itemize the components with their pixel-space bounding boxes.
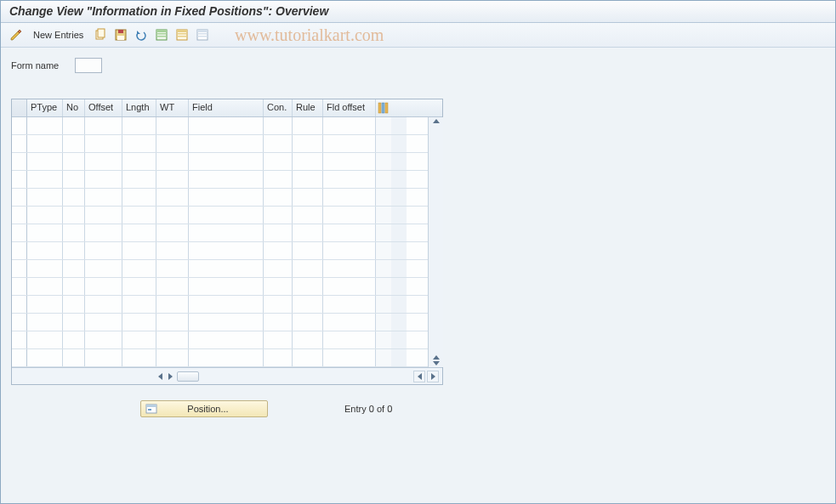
cell-wt[interactable] <box>156 314 189 331</box>
vertical-scrollbar[interactable] <box>428 117 443 367</box>
cell-offset[interactable] <box>85 296 122 313</box>
cell-no[interactable] <box>63 296 85 313</box>
cell-field[interactable] <box>189 242 264 259</box>
cell-offset[interactable] <box>85 260 122 277</box>
cell-ptype[interactable] <box>27 117 63 134</box>
cell-lngth[interactable] <box>122 171 156 188</box>
row-selector[interactable] <box>12 135 27 152</box>
cell-no[interactable] <box>63 189 85 206</box>
cell-fldoffset[interactable] <box>323 349 376 366</box>
cell-lngth[interactable] <box>122 314 156 331</box>
cell-lngth[interactable] <box>122 349 156 366</box>
cell-wt[interactable] <box>156 349 189 366</box>
hscroll-thumb[interactable] <box>177 371 199 382</box>
cell-rule[interactable] <box>293 135 323 152</box>
cell-lngth[interactable] <box>122 242 156 259</box>
select-block-icon[interactable] <box>173 26 191 43</box>
new-entries-button[interactable]: New Entries <box>28 28 88 42</box>
position-button[interactable]: Position... <box>140 400 268 417</box>
table-row[interactable] <box>12 242 442 260</box>
toggle-display-change-icon[interactable] <box>8 26 25 43</box>
cell-fldoffset[interactable] <box>323 171 376 188</box>
cell-field[interactable] <box>189 171 264 188</box>
cell-wt[interactable] <box>156 135 189 152</box>
cell-lngth[interactable] <box>122 117 156 134</box>
cell-rule[interactable] <box>293 224 323 241</box>
cell-no[interactable] <box>63 224 85 241</box>
row-selector[interactable] <box>12 331 27 348</box>
col-header-field[interactable]: Field <box>189 99 264 116</box>
row-selector[interactable] <box>12 242 27 259</box>
cell-lngth[interactable] <box>122 260 156 277</box>
scroll-up-icon[interactable] <box>433 119 440 123</box>
cell-ptype[interactable] <box>27 171 63 188</box>
cell-rule[interactable] <box>293 349 323 366</box>
cell-ptype[interactable] <box>27 260 63 277</box>
hscroll-last-icon[interactable] <box>427 371 439 382</box>
cell-ptype[interactable] <box>27 242 63 259</box>
cell-lngth[interactable] <box>122 135 156 152</box>
cell-no[interactable] <box>63 278 85 295</box>
cell-no[interactable] <box>63 260 85 277</box>
cell-no[interactable] <box>63 171 85 188</box>
cell-field[interactable] <box>189 331 264 348</box>
cell-offset[interactable] <box>85 117 122 134</box>
cell-fldoffset[interactable] <box>323 314 376 331</box>
cell-offset[interactable] <box>85 349 122 366</box>
cell-wt[interactable] <box>156 207 189 224</box>
cell-fldoffset[interactable] <box>323 135 376 152</box>
cell-ptype[interactable] <box>27 314 63 331</box>
scroll-up-secondary-icon[interactable] <box>433 355 440 360</box>
cell-ptype[interactable] <box>27 189 63 206</box>
cell-field[interactable] <box>189 278 264 295</box>
cell-fldoffset[interactable] <box>323 207 376 224</box>
deselect-all-icon[interactable] <box>194 26 211 43</box>
copy-as-icon[interactable] <box>92 26 109 43</box>
table-row[interactable] <box>12 207 442 224</box>
row-selector[interactable] <box>12 189 27 206</box>
cell-rule[interactable] <box>293 242 323 259</box>
cell-con[interactable] <box>264 242 293 259</box>
cell-no[interactable] <box>63 242 85 259</box>
hscroll-first-icon[interactable] <box>413 371 425 382</box>
cell-field[interactable] <box>189 189 264 206</box>
select-all-icon[interactable] <box>153 26 170 43</box>
cell-wt[interactable] <box>156 117 189 134</box>
cell-rule[interactable] <box>293 171 323 188</box>
cell-con[interactable] <box>264 349 293 366</box>
col-header-ptype[interactable]: PType <box>27 99 63 116</box>
cell-offset[interactable] <box>85 135 122 152</box>
row-selector[interactable] <box>12 153 27 170</box>
cell-rule[interactable] <box>293 278 323 295</box>
cell-rule[interactable] <box>293 331 323 348</box>
row-selector[interactable] <box>12 171 27 188</box>
cell-fldoffset[interactable] <box>323 153 376 170</box>
cell-fldoffset[interactable] <box>323 296 376 313</box>
cell-lngth[interactable] <box>122 207 156 224</box>
col-header-con[interactable]: Con. <box>264 99 293 116</box>
cell-no[interactable] <box>63 117 85 134</box>
table-row[interactable] <box>12 314 442 331</box>
cell-field[interactable] <box>189 153 264 170</box>
hscroll-left-icon[interactable] <box>155 371 165 382</box>
table-row[interactable] <box>12 189 442 207</box>
cell-field[interactable] <box>189 224 264 241</box>
cell-lngth[interactable] <box>122 296 156 313</box>
cell-no[interactable] <box>63 135 85 152</box>
cell-wt[interactable] <box>156 153 189 170</box>
cell-wt[interactable] <box>156 189 189 206</box>
row-selector[interactable] <box>12 207 27 224</box>
cell-con[interactable] <box>264 314 293 331</box>
row-selector[interactable] <box>12 117 27 134</box>
row-selector[interactable] <box>12 260 27 277</box>
table-row[interactable] <box>12 117 442 135</box>
col-header-rule[interactable]: Rule <box>293 99 323 116</box>
cell-con[interactable] <box>264 278 293 295</box>
cell-ptype[interactable] <box>27 278 63 295</box>
cell-field[interactable] <box>189 117 264 134</box>
table-row[interactable] <box>12 224 442 242</box>
row-selector[interactable] <box>12 349 27 366</box>
cell-wt[interactable] <box>156 171 189 188</box>
cell-field[interactable] <box>189 296 264 313</box>
row-selector[interactable] <box>12 224 27 241</box>
